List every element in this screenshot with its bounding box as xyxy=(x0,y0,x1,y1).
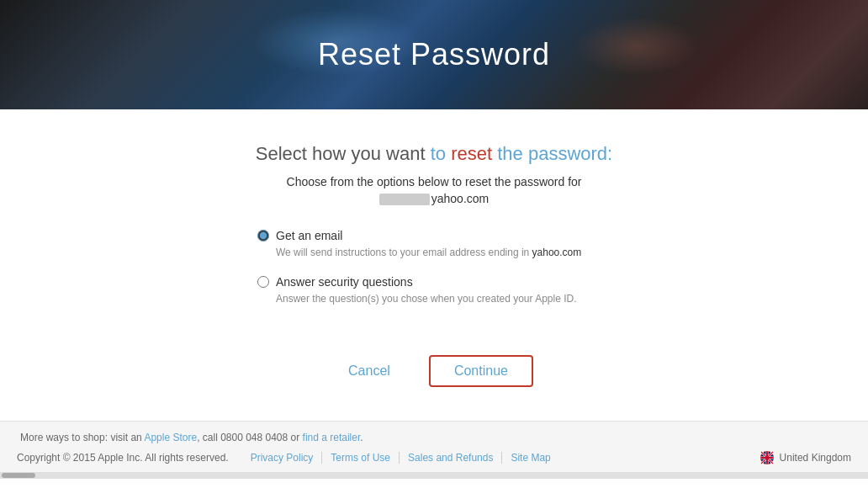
action-buttons: Cancel Continue xyxy=(335,355,533,387)
choose-text: Choose from the options below to reset t… xyxy=(287,175,582,188)
option-security-desc: Answer the question(s) you chose when yo… xyxy=(257,292,611,306)
copyright-text: Copyright © 2015 Apple Inc. All rights r… xyxy=(17,452,229,464)
terms-of-use-link[interactable]: Terms of Use xyxy=(322,452,400,464)
option-security-row: Answer security questions xyxy=(257,275,611,289)
page-title: Reset Password xyxy=(318,37,550,72)
region-label: United Kingdom xyxy=(780,452,851,464)
scrollbar[interactable] xyxy=(0,472,868,479)
email-blur xyxy=(379,194,430,205)
footer-bottom: Copyright © 2015 Apple Inc. All rights r… xyxy=(17,450,851,465)
main-content: Select how you want to reset the passwor… xyxy=(0,109,868,421)
option-security: Answer security questions Answer the que… xyxy=(257,275,611,306)
radio-email[interactable] xyxy=(257,230,269,241)
email-display: yahoo.com xyxy=(379,192,489,205)
option-security-label[interactable]: Answer security questions xyxy=(276,275,413,289)
cancel-button[interactable]: Cancel xyxy=(335,357,404,385)
page-footer: More ways to shop: visit an Apple Store,… xyxy=(0,421,868,472)
footer-nav: Privacy Policy Terms of Use Sales and Re… xyxy=(242,452,559,464)
find-retailer-link[interactable]: find a retailer xyxy=(303,432,361,443)
radio-security[interactable] xyxy=(257,276,269,288)
site-map-link[interactable]: Site Map xyxy=(502,452,558,464)
footer-left: Copyright © 2015 Apple Inc. All rights r… xyxy=(17,452,559,464)
sales-refunds-link[interactable]: Sales and Refunds xyxy=(400,452,502,464)
scrollbar-thumb[interactable] xyxy=(2,473,35,478)
apple-store-link[interactable]: Apple Store xyxy=(144,432,197,443)
option-email-desc: We will send instructions to your email … xyxy=(257,246,611,260)
footer-region[interactable]: United Kingdom xyxy=(760,450,851,465)
option-email-label[interactable]: Get an email xyxy=(276,229,342,242)
globe-icon xyxy=(760,450,775,465)
page-header: Reset Password xyxy=(0,0,868,109)
option-email: Get an email We will send instructions t… xyxy=(257,229,611,260)
footer-more-ways: More ways to shop: visit an Apple Store,… xyxy=(17,432,851,443)
options-container: Get an email We will send instructions t… xyxy=(257,229,611,321)
privacy-policy-link[interactable]: Privacy Policy xyxy=(242,452,323,464)
select-label: Select how you want to reset the passwor… xyxy=(256,143,612,165)
option-email-row: Get an email xyxy=(257,229,611,242)
continue-button[interactable]: Continue xyxy=(429,355,533,387)
